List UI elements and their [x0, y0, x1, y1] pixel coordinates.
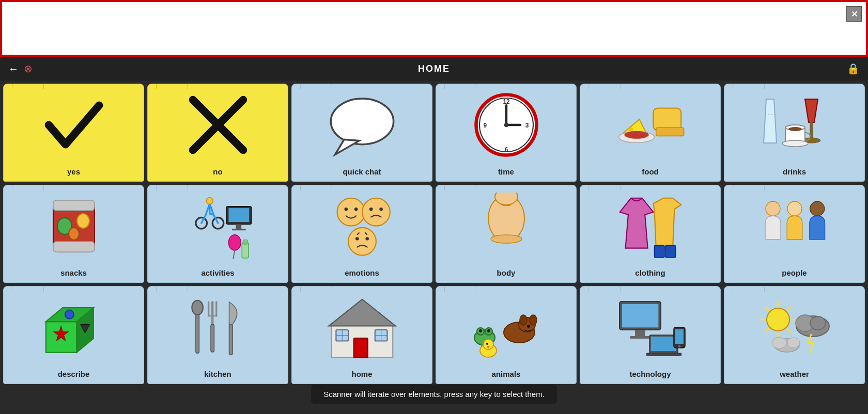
technology-label: technology [629, 368, 671, 379]
svg-marker-19 [764, 99, 777, 143]
svg-rect-103 [622, 304, 659, 328]
people-label: people [782, 266, 807, 278]
cell-drinks[interactable]: drinks [724, 84, 865, 182]
home-label: home [351, 368, 372, 379]
svg-point-62 [766, 201, 780, 216]
svg-point-126 [787, 338, 800, 348]
svg-point-53 [365, 237, 368, 240]
svg-rect-72 [195, 314, 198, 353]
drinks-icon [724, 84, 864, 165]
people-icon [724, 185, 864, 266]
back-icon[interactable]: ← [8, 63, 19, 75]
svg-text:12: 12 [503, 98, 510, 105]
svg-line-117 [766, 307, 769, 310]
food-icon [580, 84, 720, 165]
svg-marker-80 [329, 299, 395, 326]
emotions-icon [292, 185, 432, 266]
svg-point-96 [530, 315, 537, 325]
emotions-label: emotions [345, 266, 379, 278]
weather-icon [724, 286, 864, 368]
cell-time[interactable]: 12 3 6 9 time [436, 84, 577, 182]
cell-weather[interactable]: weather [724, 286, 865, 384]
kitchen-label: kitchen [204, 368, 231, 379]
svg-point-111 [678, 345, 680, 347]
cell-quick-chat[interactable]: quick chat [291, 84, 432, 182]
svg-rect-81 [353, 338, 367, 358]
kitchen-icon [148, 286, 288, 368]
cell-describe[interactable]: describe [3, 286, 144, 384]
cell-people[interactable]: people [724, 185, 865, 283]
svg-point-97 [527, 325, 530, 328]
svg-point-64 [810, 201, 824, 216]
svg-point-48 [362, 198, 390, 226]
svg-marker-21 [805, 99, 818, 122]
cell-yes[interactable]: yes [3, 84, 144, 182]
technology-icon [580, 286, 720, 368]
weather-label: weather [780, 368, 809, 379]
cell-food[interactable]: food [580, 84, 721, 182]
svg-rect-104 [635, 330, 645, 336]
activities-label: activities [201, 266, 234, 278]
cell-clothing[interactable]: clothing [580, 185, 721, 283]
svg-point-91 [479, 329, 482, 332]
cell-home[interactable]: home [291, 286, 432, 384]
cell-kitchen[interactable]: kitchen [147, 286, 288, 384]
svg-text:3: 3 [525, 122, 529, 129]
svg-marker-3 [335, 140, 359, 155]
animals-icon [436, 286, 576, 368]
svg-point-63 [787, 201, 802, 216]
page-title: HOME [418, 63, 450, 74]
svg-rect-43 [242, 243, 249, 258]
svg-point-52 [355, 237, 359, 240]
svg-rect-61 [665, 245, 675, 258]
svg-point-112 [767, 308, 789, 331]
clothing-icon [580, 185, 720, 266]
svg-point-27 [782, 140, 808, 147]
cell-no[interactable]: no [147, 84, 288, 182]
snacks-label: snacks [60, 266, 87, 278]
svg-point-49 [369, 208, 372, 211]
time-icon: 12 3 6 9 [436, 84, 576, 165]
activities-icon [148, 185, 288, 266]
cell-activities[interactable]: activities [147, 185, 288, 283]
svg-point-32 [77, 214, 89, 228]
svg-rect-107 [651, 337, 676, 351]
svg-rect-38 [228, 208, 249, 222]
svg-rect-30 [53, 242, 95, 252]
cancel-icon[interactable]: ⊗ [24, 62, 33, 75]
cell-technology[interactable]: technology [580, 286, 721, 384]
svg-point-16 [629, 127, 633, 132]
cell-snacks[interactable]: snacks [3, 185, 144, 283]
svg-line-118 [787, 329, 791, 332]
svg-line-119 [787, 307, 791, 310]
svg-rect-110 [675, 329, 684, 344]
body-icon [436, 185, 576, 266]
close-button[interactable]: ✕ [846, 6, 862, 22]
svg-point-71 [192, 300, 203, 315]
cell-body[interactable]: body [436, 185, 577, 283]
cell-emotions[interactable]: emotions [291, 185, 432, 283]
svg-point-69 [65, 310, 73, 319]
svg-point-41 [228, 235, 241, 250]
home-icon [292, 286, 432, 368]
quick-chat-label: quick chat [343, 165, 381, 177]
svg-point-33 [69, 228, 79, 240]
svg-rect-105 [630, 336, 650, 339]
svg-point-47 [354, 208, 357, 211]
svg-point-123 [810, 316, 826, 330]
scanner-toast: Scanner will iterate over elements, pres… [311, 385, 557, 404]
lock-icon[interactable]: 🔒 [847, 62, 860, 75]
animals-label: animals [492, 368, 521, 379]
svg-point-36 [206, 198, 213, 204]
svg-rect-13 [653, 108, 681, 130]
top-bar: ✕ [0, 0, 868, 57]
food-label: food [642, 165, 658, 177]
cell-animals[interactable]: animals [436, 286, 577, 384]
nav-bar: ← ⊗ HOME 🔒 [0, 57, 868, 81]
svg-text:6: 6 [504, 146, 508, 153]
svg-rect-60 [654, 245, 664, 258]
svg-point-51 [348, 228, 376, 256]
drinks-label: drinks [783, 165, 806, 177]
svg-point-8 [504, 122, 508, 127]
svg-rect-29 [53, 200, 95, 211]
